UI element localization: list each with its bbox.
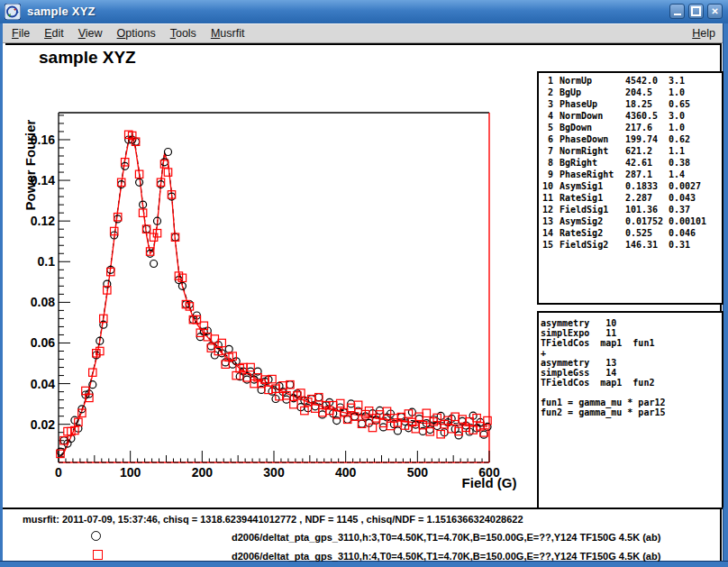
param-name: RateSig2 — [560, 228, 603, 238]
param-row: 13AsymSig20.017520.00101 — [539, 216, 722, 228]
param-error: 1.4 — [669, 169, 685, 179]
minimize-icon — [674, 14, 681, 15]
param-row: 1NormUp4542.03.1 — [539, 76, 722, 87]
x-tick-label: 0 — [55, 465, 62, 480]
data-point-square — [423, 409, 430, 416]
param-value: 0.525 — [625, 228, 652, 238]
maximize-icon — [691, 6, 701, 16]
menu-item-musrfit[interactable]: Musrfit — [204, 25, 252, 41]
data-point-circle — [225, 345, 232, 352]
param-error: 0.62 — [669, 134, 690, 144]
data-point-circle — [207, 343, 214, 350]
param-name: BgRight — [560, 158, 597, 168]
param-index: 11 — [541, 193, 553, 203]
data-point-circle — [287, 381, 294, 389]
menu-item-help[interactable]: Help — [685, 25, 723, 41]
param-error: 1.0 — [669, 87, 685, 97]
fit-status-line: musrfit: 2011-07-09, 15:37:46, chisq = 1… — [23, 514, 523, 525]
menu-item-options[interactable]: Options — [110, 25, 163, 41]
menu-items: FileEditViewOptionsToolsMusrfit — [3, 25, 251, 41]
data-point-circle — [315, 394, 323, 401]
param-index: 8 — [541, 158, 553, 168]
param-row: 9PhaseRight287.11.4 — [539, 169, 722, 181]
param-name: RateSig1 — [560, 193, 603, 203]
param-value: 217.6 — [625, 123, 652, 133]
param-row: 6PhaseDown199.740.62 — [539, 134, 722, 146]
param-name: BgDown — [560, 123, 592, 133]
param-index: 2 — [541, 87, 553, 97]
window-controls: ✕ — [669, 4, 723, 19]
menu-item-tools[interactable]: Tools — [163, 25, 204, 41]
legend-run-title-1: d2006/deltat_pta_gps_3110,h:3,T0=4.50K,T… — [232, 532, 660, 543]
param-value: 2.287 — [625, 193, 652, 203]
musrfit-window: { "window": { "title": "sample XYZ", "co… — [0, 0, 728, 567]
legend-run-title-2: d2006/deltat_pta_gps_3110,h:4,T0=4.50K,T… — [232, 551, 660, 562]
param-error: 1.0 — [669, 123, 685, 133]
param-row: 3PhaseUp18.250.65 — [539, 99, 722, 111]
minimize-button[interactable] — [669, 4, 685, 19]
theory-text: asymmetry 10 simplExpo 11 TFieldCos map1… — [541, 318, 722, 417]
param-name: NormUp — [560, 76, 592, 86]
window-titlebar: + + sample XYZ ✕ — [0, 0, 728, 24]
close-button[interactable]: ✕ — [707, 4, 723, 19]
legend-square-marker-icon — [93, 550, 103, 560]
menu-bar: FileEditViewOptionsToolsMusrfit Help — [3, 23, 723, 43]
y-tick-label: 0.04 — [31, 377, 55, 391]
legend-circle-marker-icon — [91, 531, 101, 541]
param-row: 5BgDown217.61.0 — [539, 123, 722, 134]
y-tick-label: 0.02 — [31, 417, 55, 432]
x-tick-label: 200 — [192, 465, 214, 480]
param-index: 1 — [541, 76, 553, 86]
fit-curve-dashed — [60, 133, 487, 457]
data-point-circle — [359, 420, 366, 427]
param-row: 14RateSig20.5250.046 — [539, 228, 722, 240]
data-point-circle — [426, 426, 433, 434]
param-value: 4542.0 — [625, 76, 658, 86]
y-tick-label: 0.1 — [38, 254, 56, 269]
param-value: 18.25 — [625, 99, 652, 109]
param-value: 621.2 — [625, 146, 652, 156]
param-index: 12 — [541, 205, 553, 215]
data-point-circle — [344, 416, 351, 423]
fit-parameters-pad: 1NormUp4542.03.12BgUp204.51.03PhaseUp18.… — [537, 71, 723, 305]
param-error: 0.37 — [669, 205, 690, 215]
x-tick-label: 300 — [263, 465, 285, 480]
param-value: 42.61 — [625, 158, 652, 168]
menu-item-edit[interactable]: Edit — [37, 25, 71, 41]
data-point-circle — [161, 159, 168, 166]
data-point-circle — [136, 178, 143, 186]
param-index: 4 — [541, 111, 553, 121]
data-point-circle — [319, 411, 326, 418]
y-tick-label: 0.12 — [31, 214, 55, 228]
param-name: NormRight — [560, 146, 608, 156]
param-name: FieldSig1 — [560, 205, 608, 215]
y-tick-label: 0.06 — [31, 335, 55, 350]
param-row: 11RateSig12.2870.043 — [539, 193, 722, 205]
param-value: 101.36 — [625, 205, 658, 215]
param-value: 146.31 — [625, 240, 658, 250]
param-error: 0.31 — [669, 240, 690, 250]
param-row: 15FieldSig2146.310.31 — [539, 240, 722, 251]
param-name: PhaseUp — [560, 99, 597, 109]
param-row: 2BgUp204.51.0 — [539, 87, 722, 99]
param-index: 5 — [541, 123, 553, 133]
param-name: AsymSig1 — [560, 181, 603, 191]
param-value: 204.5 — [625, 87, 652, 97]
maximize-button[interactable] — [688, 4, 704, 19]
param-error: 0.65 — [669, 99, 690, 109]
data-point-square — [247, 363, 254, 370]
menu-item-view[interactable]: View — [71, 25, 110, 41]
data-point-circle — [150, 261, 158, 268]
menu-item-file[interactable]: File — [5, 25, 37, 41]
fourier-plot[interactable]: 01002003004005006000.020.040.060.080.10.… — [7, 43, 537, 509]
param-name: PhaseRight — [560, 169, 614, 179]
param-index: 13 — [541, 216, 553, 226]
param-index: 15 — [541, 240, 553, 250]
param-index: 6 — [541, 134, 553, 144]
param-error: 3.1 — [669, 76, 685, 86]
x-axis[interactable]: 0100200300400500600 — [55, 451, 500, 480]
data-point-circle — [165, 149, 172, 156]
param-error: 0.043 — [669, 193, 696, 203]
param-name: AsymSig2 — [560, 216, 603, 226]
param-name: FieldSig2 — [560, 240, 608, 250]
